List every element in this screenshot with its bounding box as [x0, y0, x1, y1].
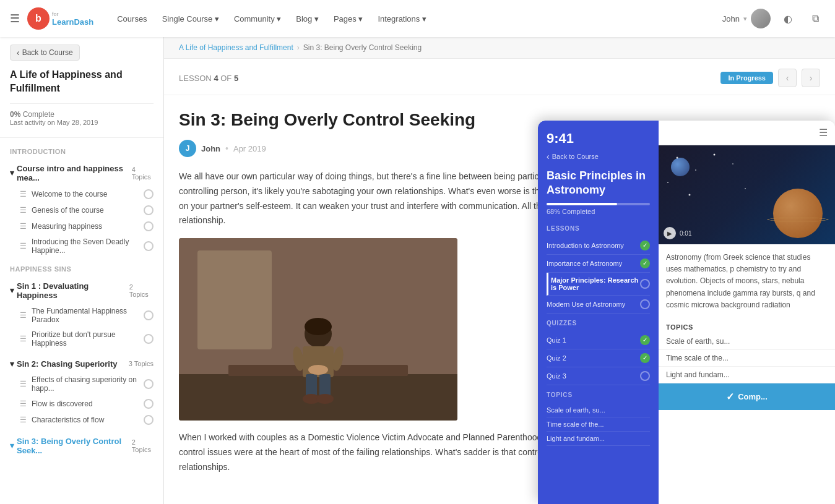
- nav-courses[interactable]: Courses: [111, 11, 153, 27]
- logo-for: for: [52, 11, 93, 17]
- clock-icon[interactable]: ◐: [778, 9, 798, 28]
- overlay-menu-icon[interactable]: ☰: [819, 127, 828, 139]
- svg-point-21: [745, 188, 746, 189]
- overlay-video: ▶ 0:01: [659, 145, 835, 244]
- quiz-text: Quiz 3: [547, 372, 566, 380]
- main-nav: Courses Single Course ▾ Community ▾ Blog…: [111, 11, 433, 27]
- overlay-topics-label: TOPICS: [659, 318, 835, 333]
- topic-count: 2 Topics: [132, 438, 154, 453]
- list-icon: ☰: [20, 416, 27, 424]
- list-icon: ☰: [20, 242, 27, 250]
- list-item[interactable]: Quiz 2 ✓: [547, 349, 650, 367]
- quizzes-section-label: QUIZZES: [547, 320, 650, 327]
- list-icon: ☰: [20, 399, 27, 408]
- sidebar-divider2: [0, 137, 163, 138]
- list-item[interactable]: Quiz 1 ✓: [547, 331, 650, 349]
- nav-single-course[interactable]: Single Course ▾: [156, 11, 225, 27]
- svg-rect-2: [197, 250, 272, 349]
- nav-community[interactable]: Community ▾: [228, 11, 287, 27]
- breadcrumb-parent[interactable]: A Life of Happiness and Fulfillment: [179, 43, 293, 52]
- topic-group-intro: ▾ Course intro and happiness mea... 4 To…: [0, 158, 163, 260]
- overlay-description: Astronomy (from Greek science that studi…: [659, 244, 835, 318]
- breadcrumb-separator: ›: [297, 43, 300, 52]
- check-circle: [144, 334, 154, 344]
- nav-blog[interactable]: Blog ▾: [290, 11, 325, 27]
- back-to-course-button[interactable]: Back to Course: [10, 45, 80, 61]
- progress-label: Complete: [23, 110, 54, 119]
- hamburger-menu[interactable]: ☰: [10, 12, 20, 25]
- topic-count: 4 Topics: [132, 166, 154, 181]
- list-item[interactable]: ☰ Measuring happiness: [0, 218, 163, 234]
- nav-integrations[interactable]: Integrations ▾: [371, 11, 433, 27]
- next-lesson-button[interactable]: ›: [802, 69, 820, 87]
- svg-point-14: [308, 365, 328, 375]
- list-icon: ☰: [20, 380, 27, 388]
- list-item[interactable]: Modern Use of Astronomy: [547, 296, 650, 314]
- list-item[interactable]: Major Principles: Research is Power: [547, 273, 650, 296]
- overlay-header: ☰: [659, 121, 835, 145]
- list-item[interactable]: ☰ Effects of chasing superiority on happ…: [0, 372, 163, 396]
- list-item[interactable]: Light and fundam...: [659, 367, 835, 383]
- topic-header-sin3[interactable]: ▾ Sin 3: Being Overly Control Seek... 2 …: [0, 433, 163, 459]
- list-item[interactable]: Time scale of the...: [659, 350, 835, 367]
- list-item[interactable]: Introduction to Astronomy ✓: [547, 237, 650, 255]
- list-item[interactable]: ☰ Introducing the Seven Deadly Happine..…: [0, 234, 163, 258]
- topic-header-label: Course intro and happiness mea...: [17, 164, 132, 182]
- play-controls: ▶ 0:01: [664, 227, 691, 239]
- topic-text: Characteristics of flow: [32, 416, 104, 424]
- list-item[interactable]: Light and fundam...: [547, 432, 650, 446]
- top-navigation: ☰ b for LearnDash Courses Single Course …: [0, 0, 835, 37]
- lesson-label: LESSON 4 OF 5: [179, 74, 238, 83]
- list-item[interactable]: ☰ Welcome to the course: [0, 186, 163, 202]
- phone-course-title: Basic Principles in Astronomy: [547, 169, 650, 198]
- list-item[interactable]: ☰ Genesis of the course: [0, 202, 163, 218]
- check-circle: [144, 379, 154, 389]
- topic-text: The Fundamental Happiness Paradox: [32, 307, 139, 324]
- list-item[interactable]: ☰ Flow is discovered: [0, 396, 163, 412]
- lesson-text: Modern Use of Astronomy: [547, 301, 625, 308]
- user-menu[interactable]: John ▾: [722, 9, 771, 28]
- list-item[interactable]: Scale of earth, su...: [547, 403, 650, 417]
- topic-group-sin1: ▾ Sin 1 : Devaluating Happiness 2 Topics…: [0, 275, 163, 353]
- check-empty: [640, 371, 650, 381]
- nav-pages[interactable]: Pages ▾: [327, 11, 369, 27]
- svg-point-17: [714, 154, 716, 156]
- lesson-text: Importance of Astronomy: [547, 260, 622, 267]
- phone-time: 9:41: [547, 130, 650, 147]
- author-avatar: J: [179, 140, 196, 157]
- complete-button[interactable]: ✓ Comp...: [659, 383, 835, 410]
- topic-header-sin1[interactable]: ▾ Sin 1 : Devaluating Happiness 2 Topics: [0, 278, 163, 304]
- lesson-header: LESSON 4 OF 5 In Progress ‹ ›: [164, 59, 835, 95]
- expand-icon[interactable]: ⧉: [805, 9, 825, 28]
- topic-text: Prioritize but don't pursue Happiness: [32, 330, 139, 348]
- course-title: A Life of Happiness and Fulfillment: [0, 68, 163, 103]
- list-item[interactable]: Time scale of the...: [547, 417, 650, 432]
- topic-header-intro[interactable]: ▾ Course intro and happiness mea... 4 To…: [0, 160, 163, 186]
- check-complete: ✓: [640, 335, 650, 345]
- list-item[interactable]: ☰ Characteristics of flow: [0, 412, 163, 428]
- list-icon: ☰: [20, 335, 27, 343]
- play-button[interactable]: ▶: [664, 227, 676, 239]
- list-item[interactable]: Quiz 3: [547, 367, 650, 385]
- list-item[interactable]: Importance of Astronomy ✓: [547, 255, 650, 273]
- user-avatar: [751, 9, 771, 28]
- phone-progress-bar: [547, 203, 650, 205]
- lesson-text: Major Principles: Research is Power: [551, 276, 640, 291]
- prev-lesson-button[interactable]: ‹: [778, 69, 797, 87]
- lesson-controls: In Progress ‹ ›: [720, 69, 820, 87]
- logo[interactable]: b for LearnDash: [27, 7, 93, 30]
- topic-arrow: ▾: [10, 359, 14, 369]
- topic-text: Welcome to the course: [32, 190, 108, 199]
- author-name: John: [201, 144, 220, 153]
- phone-back-button[interactable]: ‹ Back to Course: [547, 152, 650, 161]
- topic-header-label: Sin 3: Being Overly Control Seek...: [17, 437, 132, 455]
- topic-header-sin2[interactable]: ▾ Sin 2: Chasing Superiority 3 Topics: [0, 356, 163, 372]
- logo-icon: b: [27, 7, 50, 30]
- list-icon: ☰: [20, 206, 27, 215]
- list-item[interactable]: Scale of earth, su...: [659, 333, 835, 350]
- section-happiness-sins: Happiness Sins: [0, 260, 163, 275]
- list-item[interactable]: ☰ The Fundamental Happiness Paradox: [0, 304, 163, 327]
- svg-point-16: [695, 169, 696, 171]
- last-activity: Last activity on May 28, 2019: [10, 119, 154, 126]
- list-item[interactable]: ☰ Prioritize but don't pursue Happiness: [0, 327, 163, 351]
